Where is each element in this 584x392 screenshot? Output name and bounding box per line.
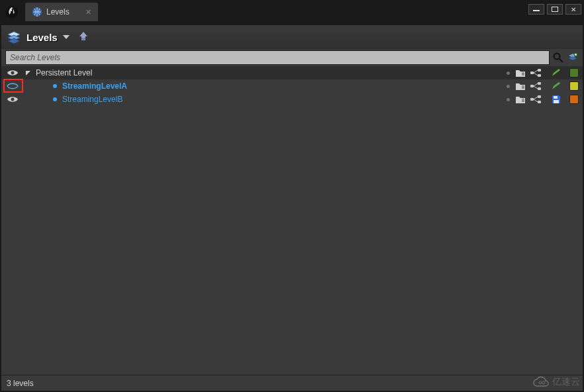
svg-rect-2 [533,10,540,11]
edit-pen-icon[interactable] [551,68,561,77]
level-name: StreamingLevelB [62,95,122,104]
unreal-logo-icon [3,3,21,21]
svg-rect-21 [538,74,541,77]
svg-line-36 [534,99,538,102]
svg-line-29 [534,86,538,89]
svg-rect-20 [538,69,541,72]
expand-toggle-icon[interactable] [24,70,32,76]
level-row-child[interactable]: StreamingLevelB [1,93,583,106]
search-input[interactable] [5,50,550,65]
kismet-icon[interactable] [530,81,542,91]
visibility-toggle-icon[interactable] [5,82,20,90]
add-level-icon[interactable] [567,52,579,64]
svg-point-9 [554,54,560,60]
level-bullet-icon [53,97,57,101]
svg-rect-19 [530,72,534,74]
level-color-chip[interactable] [569,68,579,77]
toolbar-title: Levels [26,32,58,43]
kismet-icon[interactable] [530,68,542,77]
titlebar: Levels ✕ ✕ [0,0,584,24]
level-bullet-icon [53,84,57,88]
level-name: Persistent Level [36,68,92,77]
status-dot-icon [507,98,510,101]
svg-rect-34 [538,101,541,103]
level-color-chip[interactable] [569,95,579,104]
svg-rect-18 [522,73,524,75]
level-name: StreamingLevelA [62,81,127,91]
status-dot-icon [507,85,510,88]
window-controls: ✕ [528,3,581,15]
svg-rect-3 [552,7,558,12]
svg-line-35 [534,97,538,99]
toolbar: Levels [1,25,583,49]
svg-marker-6 [8,38,20,44]
edit-pen-icon[interactable] [551,81,561,91]
svg-rect-27 [538,87,541,90]
visibility-toggle-icon[interactable] [5,69,20,77]
svg-marker-17 [26,71,30,75]
svg-rect-24 [522,86,524,89]
svg-rect-37 [554,96,558,99]
status-dot-icon [507,72,510,75]
folder-lock-icon[interactable] [515,68,526,77]
svg-marker-7 [63,35,70,39]
levels-stack-icon [7,30,21,44]
world-icon [32,7,42,17]
svg-line-28 [534,83,538,86]
search-icon[interactable] [552,52,564,64]
close-window-button[interactable]: ✕ [565,4,581,15]
svg-line-23 [534,73,538,75]
svg-rect-31 [522,99,524,102]
level-row-child[interactable]: StreamingLevelA [1,79,583,93]
svg-marker-12 [569,56,577,60]
tab-label: Levels [46,7,70,17]
maximize-button[interactable] [547,4,563,15]
statusbar: 3 levels [1,375,583,391]
svg-point-16 [11,72,15,75]
kismet-icon[interactable] [530,95,542,104]
level-row-persistent[interactable]: Persistent Level [1,66,583,79]
svg-rect-38 [554,100,559,103]
svg-rect-25 [530,85,534,87]
search-row [1,49,583,66]
folder-lock-icon[interactable] [515,95,526,104]
save-icon[interactable] [551,94,561,105]
close-tab-icon[interactable]: ✕ [85,8,91,17]
minimize-button[interactable] [528,4,544,15]
summon-icon[interactable] [77,31,89,43]
svg-point-30 [11,98,15,101]
tab-levels[interactable]: Levels ✕ [25,3,98,21]
panel-frame: Levels [0,24,584,392]
svg-rect-26 [538,82,541,85]
level-count-text: 3 levels [7,379,34,388]
svg-rect-8 [81,38,85,40]
svg-line-22 [534,70,538,73]
svg-rect-33 [538,95,541,98]
svg-rect-32 [530,98,534,101]
visibility-toggle-icon[interactable] [5,95,20,103]
level-list: Persistent Level StreamingLevelA [1,66,583,375]
levels-dropdown-icon[interactable] [63,31,70,43]
level-color-chip[interactable] [569,81,579,91]
svg-line-10 [560,59,563,62]
folder-lock-icon[interactable] [515,81,526,91]
